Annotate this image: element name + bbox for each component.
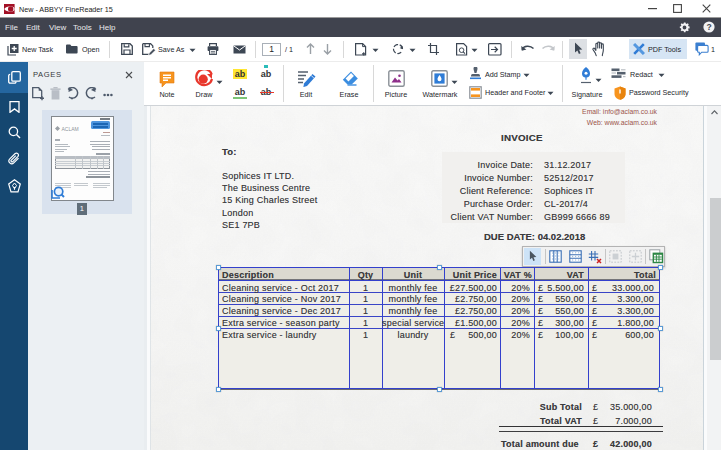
svg-text:?: ? (706, 22, 711, 32)
svg-text:ACLAM: ACLAM (62, 126, 79, 132)
